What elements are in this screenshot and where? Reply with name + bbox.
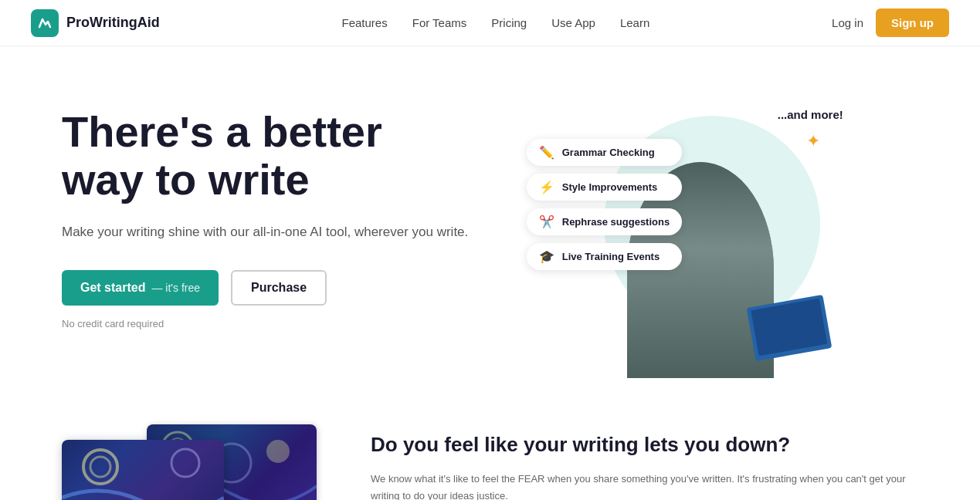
hero-subtitle: Make your writing shine with our all-in-…: [62, 221, 490, 242]
no-credit-card-text: No credit card required: [62, 318, 490, 329]
svg-point-5: [90, 457, 110, 477]
section2-text: Do you feel like your writing lets you d…: [371, 424, 918, 500]
training-icon: 🎓: [539, 249, 554, 264]
grammar-icon: ✏️: [539, 145, 554, 160]
hero-image: ✦ ...and more! ✏️ Grammar Checking ⚡ Sty…: [490, 93, 919, 378]
pill-training: 🎓 Live Training Events: [527, 243, 682, 270]
style-label: Style Improvements: [562, 181, 658, 193]
logo-icon: [31, 9, 59, 37]
rephrase-label: Rephrase suggestions: [562, 216, 670, 228]
purchase-button[interactable]: Purchase: [231, 270, 327, 306]
nav-links: Features For Teams Pricing Use App Learn: [342, 16, 650, 30]
nav-for-teams[interactable]: For Teams: [412, 16, 467, 29]
pill-grammar: ✏️ Grammar Checking: [527, 139, 682, 166]
signup-button[interactable]: Sign up: [876, 8, 949, 37]
nav-learn[interactable]: Learn: [620, 16, 649, 29]
svg-point-3: [266, 440, 290, 463]
hero-buttons: Get started — it's free Purchase: [62, 270, 490, 306]
grammar-label: Grammar Checking: [562, 147, 655, 158]
nav-features[interactable]: Features: [342, 16, 388, 29]
its-free-text: — it's free: [151, 282, 200, 294]
section2: My idea in my head Do you feel like your…: [0, 409, 980, 500]
painting-svg: [62, 440, 224, 500]
hero-section: There's a better way to write Make your …: [0, 46, 980, 409]
training-label: Live Training Events: [562, 251, 660, 262]
navbar: ProWritingAid Features For Teams Pricing…: [0, 0, 980, 46]
style-icon: ⚡: [539, 180, 554, 194]
nav-pricing[interactable]: Pricing: [491, 16, 527, 29]
svg-point-4: [83, 450, 117, 484]
section2-body: We know what it's like to feel the FEAR …: [371, 471, 918, 500]
login-button[interactable]: Log in: [832, 16, 863, 29]
pill-style: ⚡ Style Improvements: [527, 174, 682, 201]
nav-use-app[interactable]: Use App: [551, 16, 595, 29]
pill-rephrase: ✂️ Rephrase suggestions: [527, 208, 682, 235]
hero-title: There's a better way to write: [62, 108, 490, 203]
logo-link[interactable]: ProWritingAid: [31, 9, 160, 37]
painting-card-front: My idea in my head: [62, 440, 224, 500]
logo-text: ProWritingAid: [66, 15, 160, 31]
get-started-button[interactable]: Get started — it's free: [62, 270, 219, 306]
nav-actions: Log in Sign up: [832, 8, 949, 37]
and-more-label: ...and more!: [778, 108, 843, 121]
feature-pills: ✏️ Grammar Checking ⚡ Style Improvements…: [527, 139, 682, 270]
sparkle-icon: ✦: [806, 131, 820, 151]
get-started-label: Get started: [80, 281, 145, 295]
section2-title: Do you feel like your writing lets you d…: [371, 432, 918, 458]
svg-point-6: [171, 449, 199, 477]
section2-image: My idea in my head: [62, 424, 324, 500]
rephrase-icon: ✂️: [539, 215, 554, 229]
hero-content: There's a better way to write Make your …: [62, 93, 490, 329]
